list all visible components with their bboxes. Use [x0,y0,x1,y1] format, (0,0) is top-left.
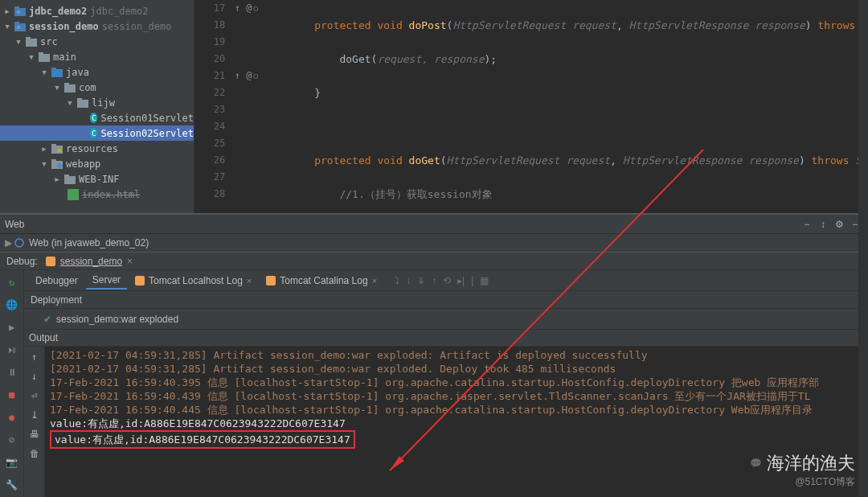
highlighted-output: value:有点虚,id:A886E19E847C0623943222DC607… [50,430,355,449]
tree-item-session01[interactable]: C Session01Servlet [0,110,194,125]
svg-rect-10 [51,69,63,77]
tree-item-src[interactable]: ▼ src [0,34,194,49]
web-folder-icon [51,159,63,169]
scroll-icon[interactable]: ⤓ [31,409,39,421]
class-icon: C [90,128,97,138]
svg-rect-5 [17,26,20,29]
settings-icon[interactable]: 🔧 [5,478,19,492]
tab-debugger[interactable]: Debugger [29,273,84,289]
project-tree[interactable]: ▶ jdbc_demo2 jdbc_demo2 ▼ session_demo s… [0,0,194,213]
tree-item-indexhtml[interactable]: index.html [0,187,194,202]
package-icon [77,98,88,108]
down-icon[interactable]: ↓ [31,371,37,382]
step-into-icon[interactable]: ↓ [406,275,411,286]
svg-point-21 [57,163,62,168]
mute-bp-icon[interactable]: ⊘ [5,433,19,447]
console-toolbar[interactable]: ↑ ↓ ⏎ ⤓ 🖶 🗑 [24,347,45,497]
web-toolwindow-header[interactable]: Web − ↕ ⚙ − [0,214,868,233]
svg-rect-13 [64,83,69,85]
line-numbers: 17 18 19 20 21 22 23 24 25 26 27 28 [194,0,231,213]
html-icon [68,190,79,199]
svg-rect-18 [58,149,61,152]
stop2-icon[interactable]: ■ [5,388,19,402]
svg-rect-2 [17,10,20,14]
check-icon: ✔ [43,314,51,325]
step-toolbar[interactable]: ⤵ ↓ ⇓ ↑ ⟲ ▸| | ▦ [395,275,489,286]
expand-icon[interactable]: ↕ [815,219,831,230]
tree-item-resources[interactable]: ▶ resources [0,141,194,156]
tree-item-com[interactable]: ▼ com [0,80,194,95]
view-bp-icon[interactable]: ● [5,410,19,425]
svg-rect-20 [51,159,56,162]
console-output[interactable]: [2021-02-17 04:59:31,285] Artifact sessi… [45,347,868,497]
override-icon: ○ [253,0,257,17]
wechat-icon: 💬 [750,458,762,469]
deployment-header[interactable]: Deployment [24,291,868,309]
drop-frame-icon[interactable]: ⟲ [443,275,451,286]
tree-item-main[interactable]: ▼ main [0,49,194,64]
web-module-row[interactable]: ▶ Web (in javaweb_demo_02) [0,233,868,252]
close-tab-icon[interactable]: × [127,256,133,267]
code-area[interactable]: protected void doPost(HttpServletRequest… [261,0,868,213]
svg-rect-4 [14,22,19,24]
tab-server[interactable]: Server [86,272,127,290]
gutter-icons[interactable]: ↑ @○ ↑ @○ [231,0,260,213]
svg-rect-11 [51,68,56,70]
evaluate-icon[interactable]: ▦ [480,275,489,286]
svg-rect-9 [39,52,43,55]
tree-item-session-demo[interactable]: ▼ session_demo session_demo [0,18,194,34]
browser-icon[interactable]: 🌐 [5,298,19,312]
run-to-cursor-icon[interactable]: ▸| [457,275,465,286]
folder-icon [64,175,76,184]
folder-icon [26,37,37,47]
step-over-icon[interactable]: ⤵ [395,275,399,286]
tree-item-jdbc-demo2[interactable]: ▶ jdbc_demo2 jdbc_demo2 [0,3,194,18]
svg-rect-6 [26,39,37,47]
debug-label: Debug: [6,256,38,267]
tree-item-webapp[interactable]: ▼ webapp [0,156,194,171]
svg-rect-7 [26,37,31,39]
folder-icon [39,52,50,62]
debug-config[interactable]: session_demo [60,256,122,267]
tab-tomcat-local[interactable]: Tomcat Localhost Log× [129,273,258,289]
tree-item-webinf[interactable]: ▶ WEB-INF [0,171,194,187]
svg-rect-22 [64,176,76,184]
force-step-into-icon[interactable]: ⇓ [417,275,425,286]
svg-rect-23 [64,175,69,177]
wrap-icon[interactable]: ⏎ [31,390,37,401]
tree-item-java[interactable]: ▼ java [0,64,194,80]
tree-scrollbar[interactable] [858,0,868,497]
svg-rect-8 [39,54,50,62]
rerun-icon[interactable]: ↻ [5,275,19,290]
tomcat-icon [135,276,145,285]
svg-rect-14 [77,100,88,108]
artifact-row[interactable]: ✔ session_demo:war exploded [24,309,868,330]
code-editor[interactable]: 17 18 19 20 21 22 23 24 25 26 27 28 ↑ @○… [194,0,868,213]
tab-tomcat-catalina[interactable]: Tomcat Catalina Log× [260,273,383,289]
svg-rect-12 [64,84,76,92]
svg-rect-24 [68,189,79,200]
svg-rect-15 [77,98,82,101]
override-icon: ○ [253,68,257,84]
svg-point-25 [15,239,23,247]
svg-rect-1 [14,6,19,9]
close-icon[interactable]: × [372,276,377,285]
output-header[interactable]: Output [24,330,868,347]
close-icon[interactable]: × [247,276,252,285]
pause-icon[interactable]: ⏸ [5,365,19,380]
up-icon[interactable]: ↑ [31,351,37,363]
debug-side-toolbar[interactable]: ↻ 🌐 ▶ ⏯ ⏸ ■ ● ⊘ 📷 🔧 📌 🗑 [0,270,24,497]
step-out-icon[interactable]: ↑ [432,275,436,286]
gear-icon[interactable]: ⚙ [831,219,847,230]
tree-item-lijw[interactable]: ▼ lijw [0,95,194,110]
print-icon[interactable]: 🖶 [30,429,39,440]
stop-icon[interactable]: ⏯ [5,343,19,357]
minimize-icon[interactable]: − [799,219,815,230]
camera-icon[interactable]: 📷 [5,455,19,470]
clear-icon[interactable]: 🗑 [30,448,39,459]
resume-icon[interactable]: ▶ [5,320,19,335]
module-icon [14,6,26,16]
module-icon [14,22,26,31]
tomcat-icon [46,257,55,266]
tree-item-session02[interactable]: C Session02Servlet [0,125,194,141]
